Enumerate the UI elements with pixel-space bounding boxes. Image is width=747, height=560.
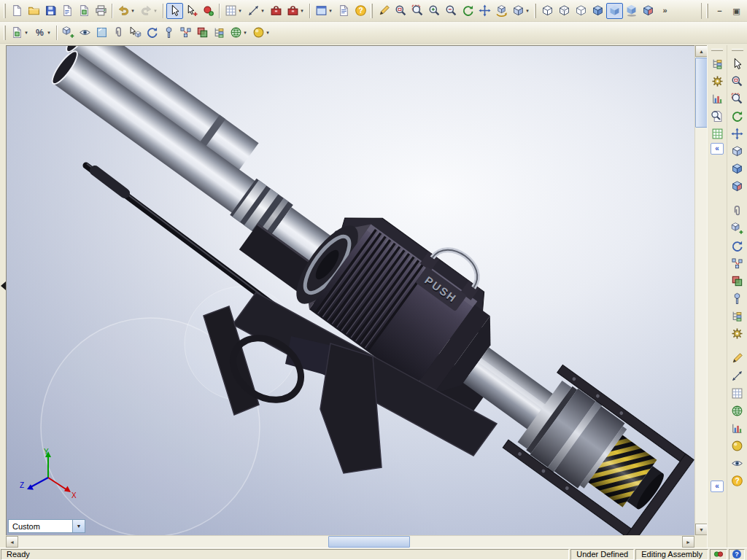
zoom-to-fit-button[interactable]: [392, 3, 409, 19]
select-other-button[interactable]: [183, 3, 200, 19]
displaymanager-button[interactable]: [709, 125, 725, 141]
selection-filter-button[interactable]: [200, 3, 217, 19]
view-orientation-button[interactable]: [729, 143, 746, 159]
restore-window-button[interactable]: ▣: [728, 3, 745, 19]
zoom-to-selection-button[interactable]: [443, 3, 460, 19]
vertical-scroll-thumb[interactable]: [695, 58, 708, 128]
collaborate-button[interactable]: [729, 402, 746, 419]
collapse-panel-bottom-button[interactable]: «: [711, 481, 724, 492]
zoom-to-area-button[interactable]: [409, 3, 426, 19]
expand-featuremanager-arrow[interactable]: [1, 281, 6, 290]
collaborate-button[interactable]: ▾: [228, 25, 250, 41]
hide-show-components-button[interactable]: [77, 25, 93, 41]
move-component-button[interactable]: [127, 25, 144, 41]
ball-icon: [252, 26, 265, 39]
mate-button[interactable]: [110, 25, 127, 41]
smart-dimension-button[interactable]: ▾: [245, 3, 268, 19]
featuremanager-design-tree-button[interactable]: [709, 55, 725, 71]
rotate-component-button[interactable]: [144, 25, 160, 41]
shaded-with-edges-button[interactable]: [589, 3, 606, 19]
make-assembly-from-part-button[interactable]: [76, 3, 93, 19]
3d-drawing-view-button[interactable]: [493, 3, 510, 19]
sketch-grid-button[interactable]: [729, 385, 746, 401]
open-button[interactable]: [26, 3, 42, 19]
hidden-lines-visible-button[interactable]: [556, 3, 573, 19]
shadows-in-shaded-mode-button[interactable]: [623, 3, 640, 19]
smart-fasteners-button[interactable]: [160, 25, 177, 41]
print-button[interactable]: [93, 3, 109, 19]
change-transparency-button[interactable]: [93, 25, 110, 41]
dropdown-arrow-icon: ▾: [152, 8, 158, 14]
collapse-panel-button[interactable]: «: [711, 143, 724, 155]
exploded-view-button[interactable]: [729, 255, 746, 271]
interference-detection-button[interactable]: [729, 273, 746, 289]
zoom-in-out-button[interactable]: [426, 3, 443, 19]
mate-button[interactable]: [729, 203, 746, 219]
pan-view-button[interactable]: [729, 125, 746, 141]
exploded-view-button[interactable]: [177, 25, 194, 41]
minimize-window-button[interactable]: −: [711, 3, 728, 19]
help-button[interactable]: ?: [352, 3, 369, 19]
cube-shadow-icon: [625, 4, 638, 17]
cubes-overlap-icon: [731, 275, 743, 287]
vertical-scrollbar[interactable]: ▲ ▼: [694, 45, 707, 535]
horizontal-scrollbar[interactable]: ◄ ►: [6, 535, 694, 548]
task-pane-button[interactable]: ▾: [313, 3, 336, 19]
smart-dimension-button[interactable]: [729, 368, 746, 384]
annotation-pen-button[interactable]: [376, 3, 392, 19]
pan-button[interactable]: [476, 3, 493, 19]
display-style-button[interactable]: [729, 160, 746, 176]
save-button[interactable]: [42, 3, 59, 19]
scroll-left-button[interactable]: ◄: [6, 536, 18, 548]
document-properties-button[interactable]: [336, 3, 352, 19]
design-tree-button[interactable]: [729, 308, 746, 324]
combo-dropdown-button[interactable]: ▼: [72, 520, 85, 532]
sketch-pen-button[interactable]: [729, 350, 746, 366]
make-drawing-from-part-button[interactable]: [59, 3, 76, 19]
smart-fasteners-button[interactable]: [729, 290, 746, 306]
select-button[interactable]: [166, 3, 183, 19]
edit-component-button[interactable]: ▾: [9, 25, 31, 41]
section-view-button[interactable]: [640, 3, 657, 19]
properties-button[interactable]: [729, 325, 746, 341]
sketch-button[interactable]: ▾: [222, 3, 245, 19]
zoom-to-fit-button[interactable]: [729, 73, 746, 89]
section-view-button[interactable]: [729, 178, 746, 194]
scroll-right-button[interactable]: ►: [682, 536, 694, 548]
wireframe-button[interactable]: [539, 3, 556, 19]
interference-detection-button[interactable]: [194, 25, 211, 41]
triad-y-label: Y: [44, 448, 49, 456]
simulation-button[interactable]: [729, 438, 746, 454]
hide-show-button[interactable]: [729, 455, 746, 471]
scroll-down-button[interactable]: ▼: [695, 524, 708, 535]
rotate-component-button[interactable]: [729, 238, 746, 254]
view-orientation-combo[interactable]: Custom ▼: [8, 519, 85, 533]
toolbox-button[interactable]: [268, 3, 285, 19]
rotate-view-button[interactable]: [460, 3, 476, 19]
new-button[interactable]: [9, 3, 26, 19]
help-button[interactable]: ?: [729, 472, 746, 489]
configurationmanager-button[interactable]: [709, 90, 725, 106]
graphics-viewport[interactable]: PUSH PUSH Y X Z: [6, 45, 694, 535]
physical-simulation-button[interactable]: ▾: [250, 25, 273, 41]
design-library-button[interactable]: ▾: [285, 3, 307, 19]
toolbar-overflow-button[interactable]: »: [657, 3, 673, 19]
select-tool-button[interactable]: [729, 55, 746, 71]
assembly-tree-button[interactable]: [211, 25, 228, 41]
horizontal-scroll-thumb[interactable]: [328, 536, 410, 548]
status-help-button[interactable]: ?: [729, 549, 745, 560]
undo-button[interactable]: ▾: [115, 3, 138, 19]
rotate-view-button[interactable]: [729, 108, 746, 124]
hidden-lines-removed-button[interactable]: [573, 3, 589, 19]
insert-component-button[interactable]: [729, 220, 746, 236]
dimxpertmanager-button[interactable]: [709, 108, 725, 124]
selection-filter-percent-button[interactable]: %▾: [31, 25, 54, 41]
zoom-to-area-button[interactable]: [729, 90, 746, 106]
statistics-button[interactable]: [729, 420, 746, 436]
shaded-button[interactable]: [606, 3, 623, 19]
insert-components-button[interactable]: [60, 25, 77, 41]
view-orientation-button[interactable]: ▾: [510, 3, 533, 19]
glass-icon: [96, 26, 108, 39]
propertymanager-button[interactable]: [709, 73, 725, 89]
scroll-up-button[interactable]: ▲: [695, 45, 708, 57]
